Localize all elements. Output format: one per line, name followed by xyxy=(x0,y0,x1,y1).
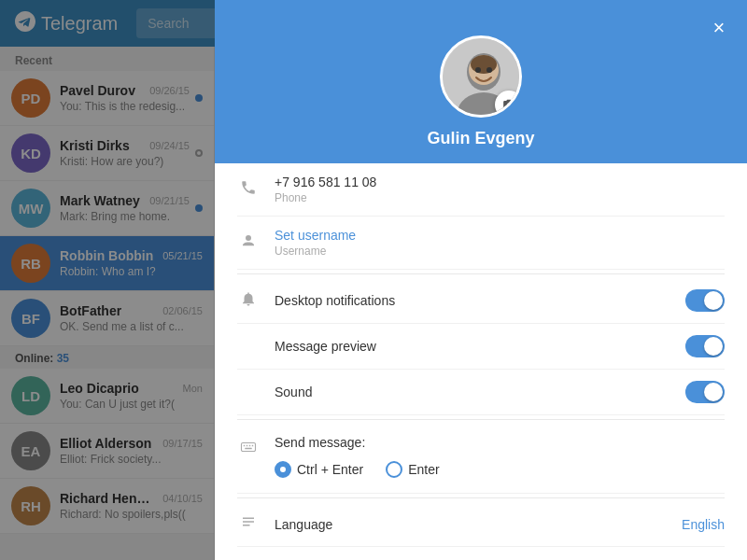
username-sublabel: Username xyxy=(275,245,725,258)
msg-preview-toggle[interactable] xyxy=(685,335,725,357)
send-message-row: Send message: Ctrl + Enter Enter xyxy=(237,424,725,494)
username-set-link[interactable]: Set username xyxy=(275,228,725,243)
message-preview-row: Message preview xyxy=(237,324,725,370)
desktop-notifications-row: Desktop notifications xyxy=(237,278,725,324)
modal-header: Gulin Evgeny xyxy=(215,0,747,163)
enter-radio[interactable] xyxy=(386,461,402,478)
language-value: English xyxy=(682,517,725,532)
phone-row: +7 916 581 11 08 Phone xyxy=(237,163,725,217)
send-options: Ctrl + Enter Enter xyxy=(275,457,725,482)
phone-number: +7 916 581 11 08 xyxy=(275,175,725,189)
svg-rect-11 xyxy=(249,445,251,447)
sound-row: Sound xyxy=(237,370,725,415)
toggle-thumb-2 xyxy=(704,337,723,356)
keyboard-icon xyxy=(237,439,260,460)
desktop-notif-label: Desktop notifications xyxy=(275,293,670,308)
username-row[interactable]: Set username Username xyxy=(237,217,725,270)
svg-rect-12 xyxy=(252,445,254,447)
send-message-label: Send message: xyxy=(275,435,725,450)
divider-1 xyxy=(237,273,725,274)
language-icon xyxy=(237,513,260,535)
additional-password-link[interactable]: Set additional password xyxy=(237,547,725,560)
language-content: Language xyxy=(275,517,667,532)
divider-3 xyxy=(237,497,725,498)
ctrl-enter-label: Ctrl + Enter xyxy=(297,462,363,477)
svg-rect-13 xyxy=(245,448,252,450)
username-icon xyxy=(237,232,260,254)
svg-point-6 xyxy=(486,67,492,73)
toggle-thumb-1 xyxy=(704,291,723,310)
svg-rect-10 xyxy=(247,445,248,447)
settings-modal: × Gulin Evgeny xyxy=(215,0,747,560)
desktop-notif-content: Desktop notifications xyxy=(275,293,670,308)
msg-preview-content: Message preview xyxy=(275,339,670,354)
msg-preview-label: Message preview xyxy=(275,339,670,354)
svg-rect-9 xyxy=(244,445,246,447)
profile-avatar xyxy=(440,35,522,118)
svg-point-5 xyxy=(475,67,481,73)
modal-close-button[interactable]: × xyxy=(704,13,734,43)
sound-label: Sound xyxy=(275,385,670,399)
send-message-content: Send message: Ctrl + Enter Enter xyxy=(275,435,725,482)
svg-rect-8 xyxy=(242,443,256,452)
modal-body: +7 916 581 11 08 Phone Set username User… xyxy=(215,163,747,560)
enter-label: Enter xyxy=(408,462,439,477)
language-label: Language xyxy=(275,517,667,532)
ctrl-enter-radio[interactable] xyxy=(275,461,291,478)
divider-2 xyxy=(237,419,725,420)
svg-point-4 xyxy=(471,55,497,74)
phone-icon xyxy=(237,179,260,201)
sound-content: Sound xyxy=(275,385,670,399)
profile-name: Gulin Evgeny xyxy=(427,129,534,148)
enter-option[interactable]: Enter xyxy=(386,457,439,482)
sound-toggle[interactable] xyxy=(685,381,725,403)
phone-label: Phone xyxy=(275,191,725,204)
ctrl-enter-option[interactable]: Ctrl + Enter xyxy=(275,457,363,482)
desktop-notif-toggle[interactable] xyxy=(685,289,725,312)
change-photo-button[interactable] xyxy=(495,91,522,118)
toggle-thumb-3 xyxy=(704,383,723,401)
svg-point-7 xyxy=(246,235,251,241)
bell-icon xyxy=(237,290,260,312)
language-row[interactable]: Language English xyxy=(237,502,725,547)
phone-content: +7 916 581 11 08 Phone xyxy=(275,175,725,204)
username-content: Set username Username xyxy=(275,228,725,258)
